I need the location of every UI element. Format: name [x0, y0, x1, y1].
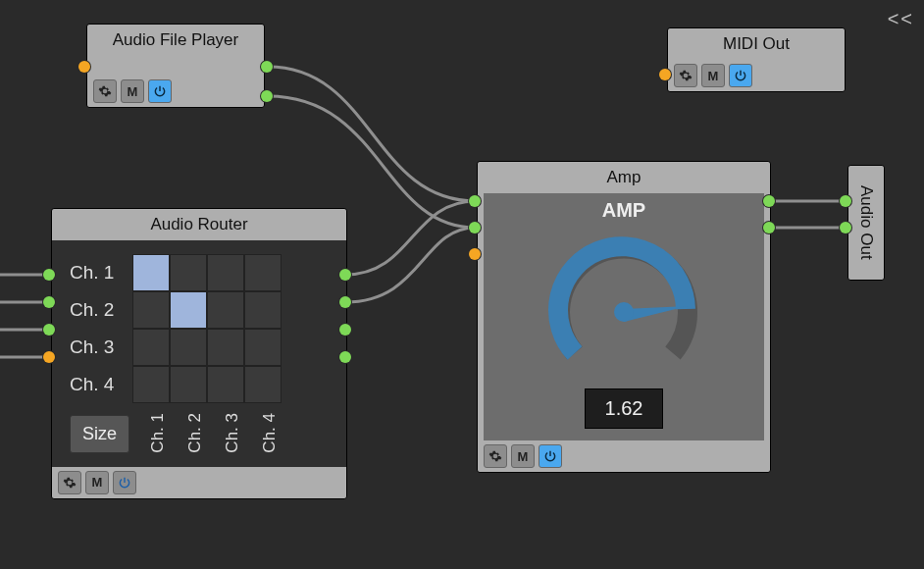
input-port[interactable]: [469, 195, 481, 207]
node-title: Audio Out: [856, 185, 876, 260]
input-port[interactable]: [469, 222, 481, 233]
matrix-cell[interactable]: [244, 291, 282, 329]
input-port[interactable]: [43, 324, 55, 336]
matrix-cell[interactable]: [207, 291, 244, 329]
col-label: Ch. 4: [260, 413, 280, 453]
input-port[interactable]: [469, 248, 481, 260]
node-amp[interactable]: Amp AMP 1.62 M: [477, 161, 771, 473]
output-port[interactable]: [763, 222, 775, 233]
input-port[interactable]: [840, 195, 851, 207]
row-label: Ch. 2: [70, 299, 132, 321]
node-audio-file-player[interactable]: Audio File Player M: [86, 24, 265, 108]
node-audio-out[interactable]: Audio Out: [847, 165, 885, 281]
matrix-cell[interactable]: [132, 366, 170, 403]
gear-icon[interactable]: [674, 64, 697, 87]
knob-label: AMP: [602, 199, 645, 222]
matrix-cell[interactable]: [132, 291, 170, 329]
power-button[interactable]: [148, 79, 172, 103]
matrix-cell[interactable]: [244, 366, 282, 403]
gear-icon[interactable]: [93, 79, 117, 103]
matrix-cell[interactable]: [170, 366, 207, 403]
output-port[interactable]: [261, 90, 273, 102]
collapse-button[interactable]: <<: [888, 8, 914, 30]
output-port[interactable]: [339, 269, 351, 281]
matrix-cell[interactable]: [207, 329, 244, 366]
node-title: Amp: [478, 162, 770, 193]
power-button[interactable]: [539, 444, 562, 468]
input-port[interactable]: [78, 61, 90, 73]
node-audio-router[interactable]: Audio Router Ch. 1 Ch. 2 Ch. 3 Ch. 4: [51, 208, 347, 499]
matrix-cell[interactable]: [244, 254, 282, 291]
input-port[interactable]: [43, 296, 55, 308]
gain-value[interactable]: 1.62: [585, 388, 664, 429]
matrix-cell[interactable]: [170, 254, 207, 291]
node-title: Audio Router: [52, 209, 346, 240]
matrix-cell[interactable]: [207, 254, 244, 291]
mute-button[interactable]: M: [511, 444, 535, 468]
router-matrix: Ch. 1 Ch. 2 Ch. 3 Ch. 4: [52, 240, 346, 467]
matrix-cell[interactable]: [244, 329, 282, 366]
gear-icon[interactable]: [58, 471, 81, 494]
col-label: Ch. 2: [185, 413, 205, 453]
mute-button[interactable]: M: [121, 79, 144, 103]
matrix-cell[interactable]: [132, 254, 170, 291]
node-title: MIDI Out: [668, 28, 845, 60]
output-port[interactable]: [339, 296, 351, 308]
size-button[interactable]: Size: [70, 415, 129, 453]
power-button[interactable]: [729, 64, 752, 87]
gear-icon[interactable]: [484, 444, 507, 468]
svg-point-0: [614, 302, 634, 322]
matrix-cell[interactable]: [132, 329, 170, 366]
input-port[interactable]: [43, 269, 55, 281]
matrix-cell[interactable]: [170, 329, 207, 366]
input-port[interactable]: [659, 69, 671, 80]
col-label: Ch. 1: [148, 413, 168, 453]
input-port[interactable]: [840, 222, 851, 233]
row-label: Ch. 1: [70, 262, 132, 284]
mute-button[interactable]: M: [85, 471, 109, 494]
input-port[interactable]: [43, 351, 55, 363]
matrix-cell[interactable]: [170, 291, 207, 329]
output-port[interactable]: [763, 195, 775, 207]
output-port[interactable]: [339, 351, 351, 363]
row-label: Ch. 3: [70, 336, 132, 358]
matrix-cell[interactable]: [207, 366, 244, 403]
output-port[interactable]: [261, 61, 273, 73]
node-midi-out[interactable]: MIDI Out M: [667, 27, 846, 92]
col-label: Ch. 3: [223, 413, 242, 453]
node-title: Audio File Player: [87, 25, 264, 56]
mute-button[interactable]: M: [701, 64, 725, 87]
gain-knob[interactable]: [540, 226, 707, 383]
power-button[interactable]: [113, 471, 136, 494]
output-port[interactable]: [339, 324, 351, 336]
row-label: Ch. 4: [70, 374, 132, 395]
